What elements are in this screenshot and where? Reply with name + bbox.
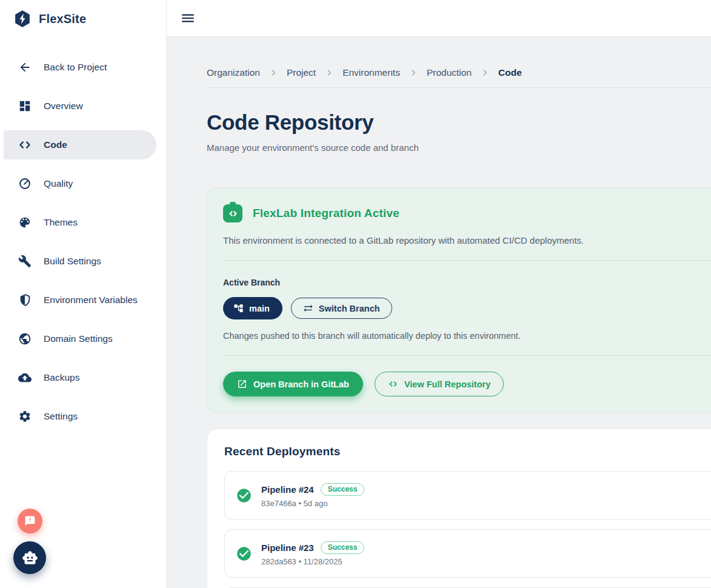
- hamburger-menu-icon[interactable]: [180, 10, 196, 26]
- chevron-right-icon: [269, 68, 278, 77]
- page-title: Code Repository: [207, 110, 711, 135]
- sidebar-item-label: Code: [44, 139, 67, 150]
- sidebar-item-label: Build Settings: [44, 256, 101, 267]
- app-logo[interactable]: FlexSite: [0, 0, 166, 38]
- sidebar-item-label: Settings: [44, 411, 78, 422]
- active-branch-label: Active Branch: [223, 278, 711, 287]
- sidebar-item-label: Themes: [44, 217, 78, 228]
- sidebar-item-label: Back to Project: [44, 62, 107, 73]
- pipeline-name: Pipeline #24: [261, 484, 314, 495]
- branch-note: Changes pushed to this branch will autom…: [223, 331, 711, 341]
- deployment-item[interactable]: Pipeline #23 Success 282da563 • 11/28/20…: [224, 529, 711, 578]
- sidebar-item-build-settings[interactable]: Build Settings: [4, 247, 156, 276]
- gear-icon: [18, 410, 32, 423]
- view-repository-label: View Full Repository: [404, 379, 490, 389]
- divider: [223, 355, 711, 356]
- integration-card: FlexLab Integration Active This environm…: [207, 188, 711, 413]
- sidebar: FlexSite Back to Project Overview Code Q…: [0, 0, 167, 588]
- wrench-icon: [18, 255, 32, 268]
- chevron-right-icon: [409, 68, 418, 77]
- sidebar-item-settings[interactable]: Settings: [4, 402, 156, 431]
- swap-arrows-icon: [303, 303, 313, 313]
- main-content: Organization Project Environments Produc…: [167, 37, 711, 588]
- switch-branch-label: Switch Branch: [319, 304, 380, 313]
- switch-branch-button[interactable]: Switch Branch: [291, 298, 392, 319]
- sidebar-nav: Back to Project Overview Code Quality Th…: [0, 38, 166, 431]
- assistant-fab[interactable]: [13, 541, 46, 574]
- deployments-list: Pipeline #24 Success 83e7466a • 5d ago P…: [224, 471, 711, 588]
- globe-icon: [18, 332, 32, 346]
- active-branch-pill[interactable]: main: [223, 297, 282, 319]
- sidebar-item-backups[interactable]: Backups: [4, 363, 156, 392]
- branch-name: main: [249, 304, 270, 313]
- integration-title: FlexLab Integration Active: [253, 207, 399, 220]
- sidebar-item-environment-variables[interactable]: Environment Variables: [4, 286, 156, 315]
- view-full-repository-button[interactable]: View Full Repository: [375, 372, 504, 396]
- recent-deployments-title: Recent Deployments: [224, 445, 711, 458]
- open-branch-gitlab-button[interactable]: Open Branch in GitLab: [223, 372, 363, 396]
- sidebar-item-label: Backups: [44, 372, 79, 383]
- sidebar-item-back-to-project[interactable]: Back to Project: [4, 53, 156, 82]
- breadcrumb-production[interactable]: Production: [427, 67, 472, 78]
- sidebar-item-overview[interactable]: Overview: [4, 92, 156, 121]
- breadcrumb: Organization Project Environments Produc…: [207, 37, 711, 88]
- sidebar-item-label: Overview: [44, 101, 83, 112]
- deployment-item[interactable]: Pipeline #24 Success 83e7466a • 5d ago: [224, 471, 711, 520]
- breadcrumb-code-current: Code: [498, 67, 522, 78]
- sidebar-item-label: Quality: [44, 178, 73, 189]
- feedback-bubble-icon: [24, 515, 36, 527]
- recent-deployments-card: Recent Deployments Pipeline #24 Success …: [207, 429, 711, 588]
- open-branch-label: Open Branch in GitLab: [253, 379, 349, 389]
- robot-icon: [22, 550, 38, 566]
- code-icon: [18, 138, 32, 152]
- topbar: [167, 0, 711, 37]
- cloud-upload-icon: [18, 371, 32, 384]
- pipeline-name: Pipeline #23: [261, 543, 314, 553]
- page-subtitle: Manage your environment's source code an…: [207, 142, 711, 153]
- breadcrumb-project[interactable]: Project: [287, 67, 316, 78]
- clipboard-code-icon: [223, 204, 242, 222]
- arrow-left-icon: [18, 61, 32, 74]
- git-branch-icon: [233, 303, 244, 313]
- lightning-bolt-hexagon-icon: [13, 10, 32, 28]
- palette-icon: [18, 216, 32, 229]
- sidebar-item-label: Environment Variables: [44, 295, 138, 306]
- status-badge: Success: [321, 541, 365, 554]
- shield-icon: [18, 293, 32, 307]
- sidebar-item-quality[interactable]: Quality: [4, 169, 156, 198]
- code-icon: [388, 379, 398, 389]
- pipeline-meta: 282da563 • 11/28/2025: [261, 557, 364, 566]
- dashboard-icon: [18, 99, 32, 113]
- chevron-right-icon: [325, 68, 333, 77]
- integration-description: This environment is connected to a GitLa…: [223, 235, 711, 246]
- sidebar-item-domain-settings[interactable]: Domain Settings: [4, 324, 156, 353]
- check-circle-icon: [236, 487, 252, 504]
- feedback-fab[interactable]: [18, 509, 42, 533]
- sidebar-item-code[interactable]: Code: [4, 130, 156, 159]
- sidebar-item-themes[interactable]: Themes: [4, 208, 156, 237]
- check-circle-icon: [236, 546, 252, 562]
- gauge-icon: [18, 177, 32, 190]
- chevron-right-icon: [481, 68, 489, 77]
- pipeline-meta: 83e7466a • 5d ago: [261, 499, 364, 508]
- status-badge: Success: [321, 483, 365, 496]
- divider: [223, 260, 711, 261]
- app-name: FlexSite: [39, 12, 86, 26]
- external-link-icon: [237, 379, 247, 389]
- breadcrumb-environments[interactable]: Environments: [342, 67, 400, 78]
- sidebar-item-label: Domain Settings: [44, 333, 113, 344]
- breadcrumb-organization[interactable]: Organization: [207, 67, 260, 78]
